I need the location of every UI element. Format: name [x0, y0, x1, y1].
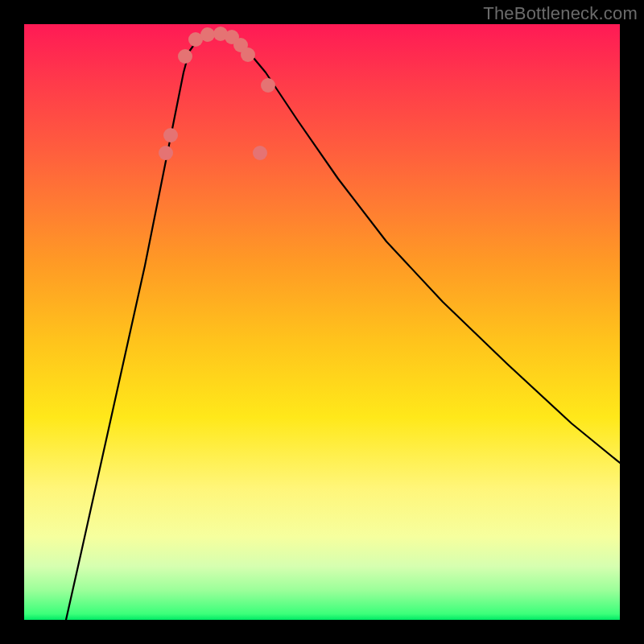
outer-frame: TheBottleneck.com: [0, 0, 644, 644]
marker-dot: [200, 27, 215, 42]
marker-dot: [241, 47, 255, 62]
curve-svg: [24, 24, 620, 620]
curve-layer: [66, 35, 620, 620]
markers-layer: [159, 27, 275, 160]
watermark-text: TheBottleneck.com: [483, 3, 638, 24]
marker-dot: [253, 146, 267, 160]
marker-dot: [261, 78, 275, 93]
marker-dot: [178, 49, 192, 64]
bottleneck-curve: [66, 35, 620, 620]
plot-area: [24, 24, 620, 620]
marker-dot: [163, 128, 178, 142]
marker-dot: [159, 146, 173, 160]
